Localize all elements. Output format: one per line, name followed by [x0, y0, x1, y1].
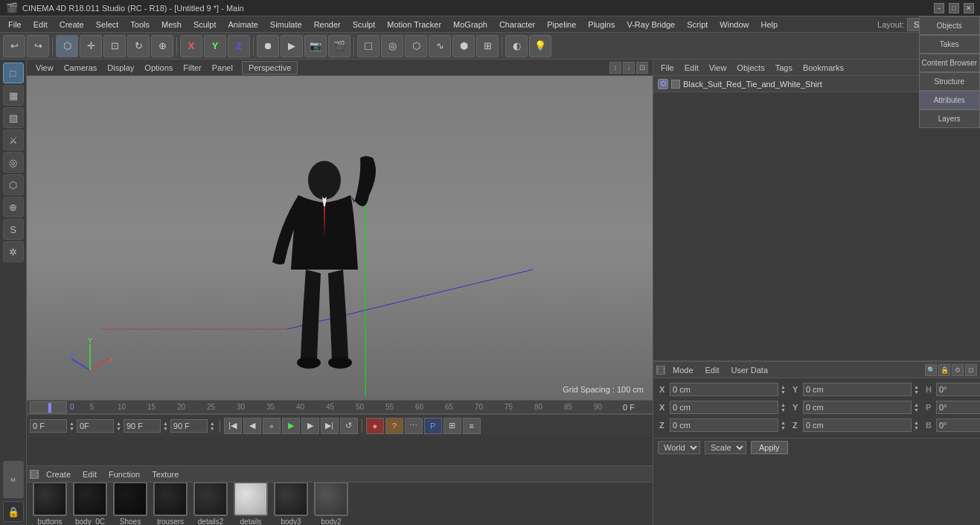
material-item-buttons[interactable]: buttons	[33, 483, 67, 525]
close-button[interactable]: ✕	[964, 3, 974, 13]
x-rot-input[interactable]	[670, 401, 778, 414]
y-pos-spinner[interactable]: ▲▼	[913, 384, 920, 395]
motion-path-btn[interactable]: ⋯	[405, 418, 423, 434]
material-item-body0c[interactable]: body_0C	[73, 483, 107, 525]
viewport-filter-menu[interactable]: Filter	[179, 62, 205, 74]
redo-button[interactable]: ↪	[27, 35, 49, 57]
material-item-shoes[interactable]: Shoes	[113, 483, 147, 525]
end-frame-spinner[interactable]: ▲ ▼	[162, 421, 169, 431]
transform-mode-select[interactable]: Scale Size	[705, 441, 746, 454]
attributes-tab[interactable]: Attributes	[919, 91, 980, 109]
y2-rot-input[interactable]	[936, 401, 980, 414]
left-object-btn[interactable]: ◎	[3, 152, 24, 173]
preview-start-spinner[interactable]: ▲ ▼	[115, 421, 122, 431]
obj-tags-menu[interactable]: Tags	[771, 62, 797, 74]
camera-btn[interactable]: 📷	[304, 35, 327, 57]
record-keyframe-btn[interactable]: ●	[263, 418, 281, 434]
viewport-cameras-menu[interactable]: Cameras	[60, 62, 102, 74]
deformer-btn[interactable]: ⬢	[452, 35, 475, 57]
content-browser-tab[interactable]: Content Browser	[919, 54, 980, 72]
takes-tab[interactable]: Takes	[919, 35, 980, 54]
play-btn-toolbar[interactable]: ▶	[281, 35, 303, 57]
polygon-mode-btn[interactable]: ⬡	[405, 35, 427, 57]
obj-bookmarks-menu[interactable]: Bookmarks	[798, 62, 848, 74]
attr-userdata-label[interactable]: User Data	[727, 364, 773, 376]
left-cube-btn[interactable]: □	[3, 63, 24, 83]
preview-end-spinner[interactable]: ▲ ▼	[209, 421, 216, 431]
y-scale-input[interactable]	[803, 419, 912, 432]
viewport-display-menu[interactable]: Display	[103, 62, 138, 74]
x-scale-input[interactable]	[670, 419, 778, 432]
attr-lock-icon[interactable]: 🔒	[938, 364, 950, 376]
coord-system-select[interactable]: World Local	[658, 441, 700, 454]
y-rot-input[interactable]	[803, 401, 912, 414]
obj-objects-menu[interactable]: Objects	[732, 62, 769, 74]
scale-tool-button[interactable]: ⊡	[103, 35, 126, 57]
attr-search-icon[interactable]: 🔍	[925, 364, 937, 376]
materials-texture-menu[interactable]: Texture	[147, 468, 183, 480]
menu-simulate[interactable]: Simulate	[265, 19, 307, 31]
menu-sculpt2[interactable]: Sculpt	[348, 19, 381, 31]
uv-btn[interactable]: ⊞	[476, 35, 499, 57]
auto-key-btn[interactable]: ●	[366, 418, 384, 434]
cube-mode-btn[interactable]: □	[357, 35, 379, 57]
axis-x-button[interactable]: X	[180, 35, 202, 57]
menu-render[interactable]: Render	[309, 19, 346, 31]
x-pos-spinner[interactable]: ▲▼	[780, 384, 787, 395]
go-first-btn[interactable]: |◀	[224, 418, 242, 434]
menu-mesh[interactable]: Mesh	[156, 19, 187, 31]
material-item-body2[interactable]: body2	[314, 483, 348, 525]
obj-edit-menu[interactable]: Edit	[680, 62, 703, 74]
preview-start-input[interactable]	[77, 419, 114, 433]
obj-file-menu[interactable]: File	[656, 62, 679, 74]
x-rot-spinner[interactable]: ▲▼	[780, 402, 787, 413]
move-tool-button[interactable]: ✛	[80, 35, 102, 57]
left-magnet-btn[interactable]: ✲	[3, 241, 24, 262]
apply-button[interactable]: Apply	[751, 441, 788, 454]
materials-function-menu[interactable]: Function	[104, 468, 144, 480]
z-scale-input[interactable]	[936, 419, 980, 432]
viewport-view-menu[interactable]: View	[31, 62, 58, 74]
preview-end-input[interactable]	[170, 419, 208, 433]
z-pos-input[interactable]	[936, 383, 980, 396]
vp-full-btn[interactable]: ⊡	[636, 62, 648, 74]
display-mode-btn[interactable]: ◐	[505, 35, 528, 57]
undo-button[interactable]: ↩	[3, 35, 25, 57]
grid-btn[interactable]: ⊞	[443, 418, 461, 434]
attr-mode-label[interactable]: Mode	[668, 364, 698, 376]
x-scale-spinner[interactable]: ▲▼	[780, 420, 787, 430]
left-snap-btn[interactable]: S	[3, 219, 24, 240]
viewport-options-menu[interactable]: Options	[140, 62, 177, 74]
smooth-btn[interactable]: ◎	[381, 35, 403, 57]
left-mode-btn[interactable]: ⊕	[3, 197, 24, 217]
menu-mograph[interactable]: MoGraph	[448, 19, 493, 31]
menu-sculpt[interactable]: Sculpt	[188, 19, 222, 31]
y-rot-spinner[interactable]: ▲▼	[913, 402, 920, 413]
x-pos-input[interactable]	[670, 383, 778, 396]
vp-expand-btn[interactable]: ↕	[609, 62, 621, 74]
menu-animate[interactable]: Animate	[222, 19, 263, 31]
axis-y-button[interactable]: Y	[204, 35, 226, 57]
go-prev-btn[interactable]: ◀	[243, 418, 261, 434]
transform-tool-button[interactable]: ⊕	[151, 35, 173, 57]
menu-edit[interactable]: Edit	[28, 19, 53, 31]
material-item-body3[interactable]: body3	[274, 483, 308, 525]
obj-view-menu[interactable]: View	[705, 62, 731, 74]
play-btn[interactable]: ▶	[282, 418, 300, 434]
layers-tab[interactable]: Layers	[919, 109, 980, 128]
settings-btn[interactable]: ≡	[463, 418, 481, 434]
loop-btn[interactable]: ↺	[340, 418, 358, 434]
menu-plugins[interactable]: Plugins	[583, 19, 620, 31]
material-item-trousers[interactable]: trousers	[153, 483, 188, 525]
render-view-btn[interactable]: 🎬	[328, 35, 350, 57]
menu-vray[interactable]: V-Ray Bridge	[621, 19, 680, 31]
left-lock-btn[interactable]: 🔒	[3, 501, 24, 522]
rotate-tool-button[interactable]: ↻	[127, 35, 150, 57]
menu-tools[interactable]: Tools	[125, 19, 155, 31]
menu-script[interactable]: Script	[682, 19, 713, 31]
left-knife-btn[interactable]: ⚔	[3, 130, 24, 150]
solo-btn[interactable]: P	[424, 418, 442, 434]
attr-settings-icon[interactable]: ⚙	[952, 364, 964, 376]
end-frame-input[interactable]	[124, 419, 161, 433]
menu-create[interactable]: Create	[54, 19, 89, 31]
